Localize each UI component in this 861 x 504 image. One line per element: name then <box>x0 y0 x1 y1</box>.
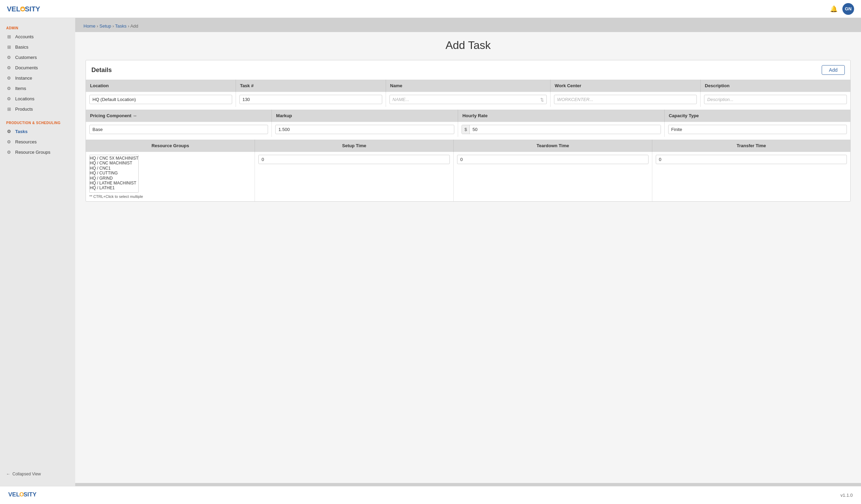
basics-icon: ⊞ <box>6 44 12 50</box>
task-num-input[interactable] <box>239 95 382 104</box>
breadcrumb-tasks[interactable]: Tasks <box>115 23 127 29</box>
sidebar-item-basics[interactable]: ⊞ Basics <box>0 42 75 52</box>
header-right: 🔔 GN <box>830 3 854 15</box>
add-button[interactable]: Add <box>822 65 845 75</box>
content-area: Home › Setup › Tasks › Add Add Task Deta… <box>75 18 861 486</box>
sidebar-item-accounts[interactable]: ⊞ Accounts <box>0 31 75 42</box>
name-input-icon: ⇅ <box>540 97 544 102</box>
name-cell: ⇅ <box>386 92 550 107</box>
svg-text:VEL: VEL <box>8 491 20 498</box>
sidebar-item-label: Items <box>15 86 26 91</box>
sidebar-item-resources[interactable]: ⚙ Resources <box>0 137 75 147</box>
page-title: Add Task <box>86 39 851 52</box>
breadcrumb-add: Add <box>130 23 138 29</box>
col-transfer-time: Transfer Time <box>652 140 850 152</box>
main-layout: ADMIN ⊞ Accounts ⊞ Basics ⚙ Customers ⚙ … <box>0 18 861 486</box>
list-item[interactable]: HQ / LATHE1 <box>90 185 138 190</box>
col-setup-time: Setup Time <box>255 140 454 152</box>
resources-icon: ⚙ <box>6 139 12 144</box>
name-input[interactable] <box>389 95 547 104</box>
hourly-rate-input[interactable] <box>470 125 661 134</box>
col-pricing-component: Pricing Component ↔ <box>86 110 272 122</box>
resource-groups-cell: HQ / CNC 5X MACHINIST HQ / CNC MACHINIST… <box>86 152 255 202</box>
customers-icon: ⚙ <box>6 54 12 60</box>
pricing-table: Pricing Component ↔ Markup Hourly Rate C… <box>86 110 850 137</box>
list-item[interactable]: HQ / CNC1 <box>90 166 138 171</box>
col-workcenter: Work Center <box>551 80 701 92</box>
sidebar-item-label: Resource Groups <box>15 150 50 155</box>
col-hourly-rate: Hourly Rate <box>458 110 664 122</box>
col-task-num: Task # <box>236 80 386 92</box>
task-num-cell <box>236 92 386 107</box>
collapsed-view-label: Collapsed View <box>12 472 41 476</box>
sidebar-item-locations[interactable]: ⚙ Locations <box>0 93 75 104</box>
resource-groups-icon: ⚙ <box>6 149 12 155</box>
ctrl-hint: ** CTRL+Click to select multiple <box>89 194 251 199</box>
page-container: Add Task Details Add Location Task # Nam… <box>75 32 861 483</box>
sidebar-item-products[interactable]: ⊞ Products <box>0 104 75 114</box>
workcenter-input[interactable] <box>554 95 697 104</box>
items-icon: ⚙ <box>6 85 12 91</box>
sidebar-item-label: Resources <box>15 139 37 144</box>
avatar[interactable]: GN <box>842 3 854 15</box>
sidebar-item-documents[interactable]: ⚙ Documents <box>0 62 75 73</box>
sidebar-item-instance[interactable]: ⚙ Instance <box>0 73 75 83</box>
pricing-component-input[interactable] <box>89 125 268 134</box>
details-table: Location Task # Name Work Center Descrip… <box>86 80 850 107</box>
sidebar-item-label: Basics <box>15 44 28 50</box>
pricing-row: $ <box>86 122 850 137</box>
location-input[interactable] <box>89 95 232 104</box>
capacity-type-cell <box>664 122 850 137</box>
documents-icon: ⚙ <box>6 65 12 70</box>
svg-text:SITY: SITY <box>23 491 37 498</box>
resource-groups-select[interactable]: HQ / CNC 5X MACHINIST HQ / CNC MACHINIST… <box>89 155 139 193</box>
resource-table: Resource Groups Setup Time Teardown Time… <box>86 140 850 201</box>
tasks-icon: ⚙ <box>6 129 12 134</box>
breadcrumb: Home › Setup › Tasks › Add <box>75 18 861 32</box>
accounts-icon: ⊞ <box>6 34 12 39</box>
hourly-rate-wrap: $ <box>462 125 661 134</box>
sidebar-item-items[interactable]: ⚙ Items <box>0 83 75 93</box>
collapsed-view-button[interactable]: ← Collapsed View <box>0 467 75 481</box>
list-item[interactable]: HQ / CNC MACHINIST <box>90 161 138 165</box>
notification-bell-icon[interactable]: 🔔 <box>830 5 838 13</box>
list-item[interactable]: HQ / LATHE MACHINIST <box>90 181 138 185</box>
list-item[interactable]: HQ / CNC 5X MACHINIST <box>90 156 138 161</box>
top-header: VEL O SITY 🔔 GN <box>0 0 861 18</box>
markup-cell <box>272 122 458 137</box>
breadcrumb-setup[interactable]: Setup <box>99 23 111 29</box>
locations-icon: ⚙ <box>6 96 12 101</box>
markup-input[interactable] <box>275 125 454 134</box>
products-icon: ⊞ <box>6 106 12 112</box>
sidebar-item-label: Tasks <box>15 129 28 134</box>
col-description: Description <box>701 80 850 92</box>
list-item[interactable]: HQ / CUTTING <box>90 171 138 175</box>
capacity-type-input[interactable] <box>668 125 847 134</box>
sidebar: ADMIN ⊞ Accounts ⊞ Basics ⚙ Customers ⚙ … <box>0 18 75 486</box>
teardown-time-input[interactable] <box>457 155 649 164</box>
breadcrumb-sep2: › <box>112 23 115 29</box>
description-input[interactable] <box>704 95 847 104</box>
logo: VEL O SITY <box>7 3 41 15</box>
setup-time-input[interactable] <box>258 155 450 164</box>
col-teardown-time: Teardown Time <box>454 140 652 152</box>
col-capacity-type: Capacity Type <box>664 110 850 122</box>
list-item[interactable]: HQ / GRIND <box>90 176 138 181</box>
sidebar-item-tasks[interactable]: ⚙ Tasks <box>0 126 75 137</box>
footer-logo: VEL O SITY <box>8 490 39 501</box>
sidebar-item-resource-groups[interactable]: ⚙ Resource Groups <box>0 147 75 157</box>
svg-text:SITY: SITY <box>25 5 40 13</box>
footer-version: v1.1.0 <box>841 493 853 498</box>
sidebar-item-label: Locations <box>15 96 34 101</box>
footer-logo-svg: VEL O SITY <box>8 490 39 499</box>
sidebar-item-customers[interactable]: ⚙ Customers <box>0 52 75 62</box>
details-card: Details Add Location Task # Name Work Ce… <box>86 60 851 202</box>
svg-text:VEL: VEL <box>7 5 20 13</box>
sidebar-item-label: Documents <box>15 65 38 70</box>
details-heading: Details <box>91 67 112 74</box>
transfer-time-input[interactable] <box>656 155 847 164</box>
breadcrumb-home[interactable]: Home <box>83 23 96 29</box>
location-cell <box>86 92 236 107</box>
description-cell <box>701 92 850 107</box>
workcenter-cell <box>551 92 701 107</box>
